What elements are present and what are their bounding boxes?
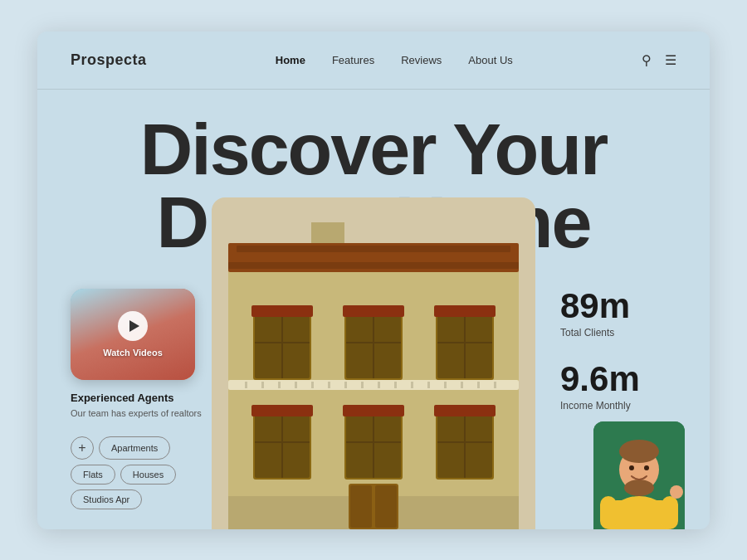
nav-home[interactable]: Home (276, 54, 305, 66)
property-tags: + Apartments Flats Houses Studios Apr (71, 436, 212, 509)
svg-rect-24 (245, 382, 247, 388)
agent-title: Experienced Agents (71, 392, 212, 404)
menu-icon[interactable]: ☰ (665, 52, 676, 68)
svg-rect-39 (494, 382, 496, 388)
search-icon[interactable]: ⚲ (642, 52, 652, 68)
nav-actions: ⚲ ☰ (642, 52, 676, 68)
svg-rect-36 (444, 382, 447, 388)
house-image (212, 197, 535, 529)
tag-houses[interactable]: Houses (120, 465, 176, 485)
svg-point-70 (644, 465, 649, 470)
nav-features[interactable]: Features (332, 54, 374, 66)
svg-rect-62 (600, 496, 617, 529)
stat-clients-label: Total Clients (560, 327, 676, 338)
svg-rect-32 (378, 382, 380, 388)
svg-rect-44 (251, 405, 313, 416)
stat-income-label: Income Monthly (560, 400, 676, 411)
svg-rect-38 (477, 382, 480, 388)
svg-rect-63 (662, 496, 678, 529)
svg-point-67 (624, 480, 654, 496)
tag-studios[interactable]: Studios Apr (71, 489, 142, 509)
add-tag-button[interactable]: + (71, 436, 94, 460)
nav-reviews[interactable]: Reviews (401, 54, 442, 66)
tag-flats[interactable]: Flats (71, 465, 115, 485)
stat-income-number: 9.6m (560, 362, 676, 397)
right-panel: 89m Total Clients 9.6m Income Monthly (560, 289, 676, 435)
stat-income: 9.6m Income Monthly (560, 362, 676, 411)
play-icon (129, 320, 139, 332)
svg-rect-35 (427, 382, 430, 388)
svg-rect-26 (278, 382, 281, 388)
left-panel: Watch Videos Experienced Agents Our team… (71, 289, 212, 509)
stat-total-clients: 89m Total Clients (560, 289, 676, 338)
agent-avatar (593, 421, 685, 529)
stat-clients-number: 89m (560, 289, 676, 324)
avatar-person-svg (593, 421, 685, 529)
play-button[interactable] (118, 311, 148, 341)
svg-point-64 (670, 485, 683, 499)
svg-rect-33 (394, 382, 397, 388)
navbar: Prospecta Home Features Reviews About Us… (37, 32, 710, 90)
svg-rect-12 (251, 305, 313, 317)
avatar-background (593, 421, 685, 529)
agent-description: Our team has experts of realtors (71, 407, 212, 420)
svg-rect-17 (343, 305, 404, 317)
svg-rect-25 (261, 382, 264, 388)
svg-rect-28 (311, 382, 314, 388)
svg-rect-23 (228, 380, 519, 390)
svg-rect-7 (228, 262, 519, 269)
svg-rect-61 (610, 500, 668, 529)
svg-rect-57 (350, 485, 372, 528)
house-svg (212, 197, 535, 529)
svg-point-69 (629, 465, 634, 470)
svg-rect-30 (344, 382, 347, 388)
svg-rect-54 (434, 405, 496, 416)
svg-rect-5 (237, 246, 510, 252)
svg-rect-31 (361, 382, 364, 388)
nav-about[interactable]: About Us (468, 54, 512, 66)
svg-rect-27 (295, 382, 297, 388)
svg-rect-34 (411, 382, 413, 388)
svg-rect-49 (343, 405, 404, 416)
svg-rect-29 (328, 382, 330, 388)
svg-rect-22 (434, 305, 496, 317)
svg-rect-37 (461, 382, 463, 388)
hero-title-line1: Discover Your (71, 113, 676, 186)
nav-links: Home Features Reviews About Us (276, 54, 513, 66)
tag-apartments[interactable]: Apartments (99, 436, 170, 460)
svg-point-68 (619, 440, 659, 463)
house-image-container (212, 197, 535, 529)
logo: Prospecta (71, 51, 147, 69)
video-card[interactable]: Watch Videos (71, 289, 195, 380)
svg-rect-58 (375, 485, 397, 528)
main-content: Discover Your Dream Home Watch Videos Ex… (37, 90, 710, 529)
agent-info: Experienced Agents Our team has experts … (71, 392, 212, 420)
video-label: Watch Videos (103, 348, 163, 358)
browser-window: Prospecta Home Features Reviews About Us… (37, 32, 710, 529)
svg-rect-6 (232, 254, 515, 261)
